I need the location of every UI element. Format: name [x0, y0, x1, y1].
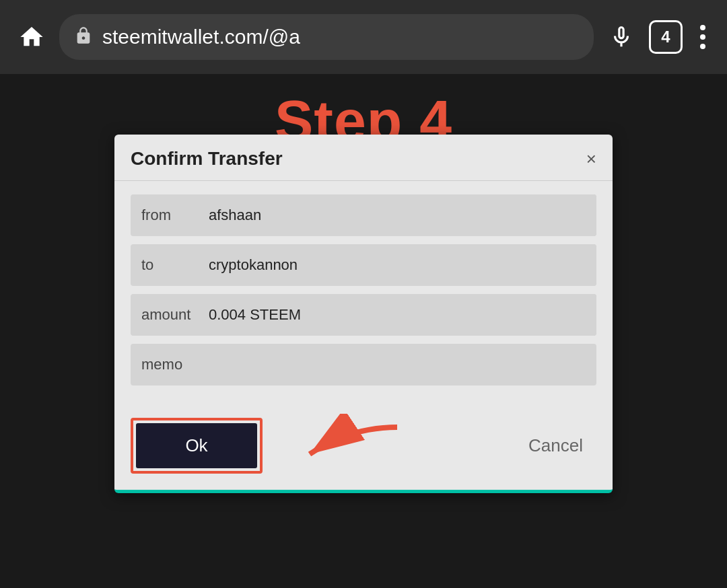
tab-count[interactable]: 4 [649, 20, 683, 54]
form-row-amount: amount 0.004 STEEM [131, 294, 596, 336]
label-amount: amount [131, 294, 198, 336]
value-from: afshaan [198, 194, 596, 236]
address-text: steemitwallet.com/@a [102, 26, 300, 48]
ok-button-wrapper: Ok [131, 418, 263, 474]
label-to: to [131, 244, 198, 286]
form-row-from: from afshaan [131, 194, 596, 236]
value-to: cryptokannon [198, 244, 596, 286]
lock-icon [74, 26, 93, 48]
arrow-annotation [269, 414, 404, 484]
dialog-overlay: Confirm Transfer × from afshaan to crypt… [114, 135, 613, 493]
value-amount: 0.004 STEEM [198, 294, 596, 336]
browser-menu-icon[interactable] [695, 20, 711, 54]
microphone-icon[interactable] [606, 22, 637, 52]
browser-chrome: steemitwallet.com/@a 4 [0, 0, 727, 74]
address-bar[interactable]: steemitwallet.com/@a [59, 14, 594, 60]
home-icon[interactable] [16, 22, 47, 52]
form-row-to: to cryptokannon [131, 244, 596, 286]
ok-button[interactable]: Ok [136, 423, 257, 468]
dialog-body: from afshaan to cryptokannon amount 0.00… [114, 181, 613, 407]
dialog-title: Confirm Transfer [131, 148, 283, 170]
dialog-close-button[interactable]: × [586, 150, 596, 168]
value-memo [198, 353, 596, 377]
page-content: Step 4 Confirm Transfer × from afshaan t… [0, 74, 727, 588]
dialog-footer: Ok Cancel [114, 407, 613, 490]
dialog-header: Confirm Transfer × [114, 135, 613, 181]
cancel-button[interactable]: Cancel [515, 423, 596, 468]
label-from: from [131, 194, 198, 236]
label-memo: memo [131, 344, 198, 385]
form-row-memo: memo [131, 344, 596, 385]
confirm-transfer-dialog: Confirm Transfer × from afshaan to crypt… [114, 135, 613, 493]
